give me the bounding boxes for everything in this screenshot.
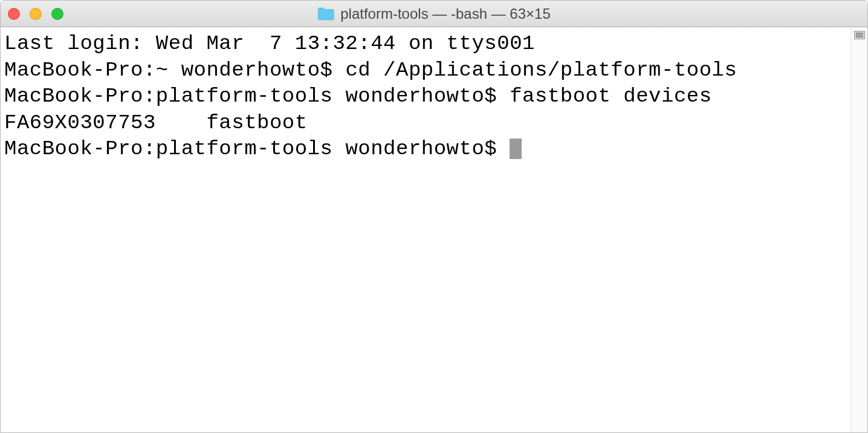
scrollbar-indicator-icon bbox=[854, 31, 865, 39]
terminal-line: Last login: Wed Mar 7 13:32:44 on ttys00… bbox=[4, 31, 847, 57]
window-title: platform-tools — -bash — 63×15 bbox=[340, 5, 551, 22]
terminal-window: platform-tools — -bash — 63×15 Last logi… bbox=[0, 0, 868, 433]
window-title-area: platform-tools — -bash — 63×15 bbox=[317, 5, 551, 22]
terminal-line: FA69X0307753 fastboot bbox=[4, 110, 847, 137]
titlebar[interactable]: platform-tools — -bash — 63×15 bbox=[1, 1, 867, 27]
terminal-line: MacBook-Pro:platform-tools wonderhowto$ … bbox=[4, 83, 847, 110]
terminal-prompt-line: MacBook-Pro:platform-tools wonderhowto$ bbox=[4, 136, 847, 163]
traffic-lights bbox=[8, 8, 63, 20]
scrollbar[interactable] bbox=[850, 27, 867, 432]
terminal-content[interactable]: Last login: Wed Mar 7 13:32:44 on ttys00… bbox=[1, 27, 850, 432]
minimize-button[interactable] bbox=[30, 8, 42, 20]
close-button[interactable] bbox=[8, 8, 20, 20]
terminal-line: MacBook-Pro:~ wonderhowto$ cd /Applicati… bbox=[4, 57, 847, 84]
cursor-icon bbox=[510, 138, 522, 159]
folder-icon bbox=[317, 7, 334, 21]
zoom-button[interactable] bbox=[51, 8, 63, 20]
terminal-prompt: MacBook-Pro:platform-tools wonderhowto$ bbox=[4, 137, 510, 160]
terminal-body: Last login: Wed Mar 7 13:32:44 on ttys00… bbox=[1, 27, 867, 432]
